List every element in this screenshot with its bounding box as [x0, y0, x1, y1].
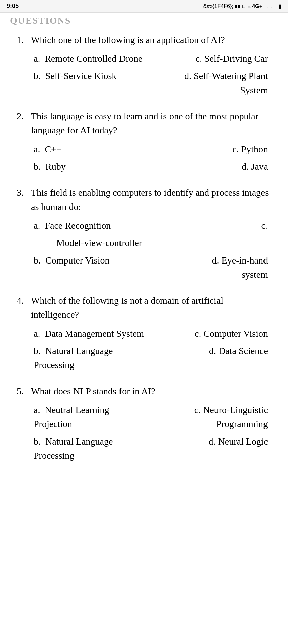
q5-option-d: d. Neural Logic [157, 434, 271, 463]
q3-option-d: d. Eye-in-hand system [157, 253, 271, 282]
q2-option-row-bd: b. Ruby d. Java [34, 160, 271, 174]
question-4-number: 4. [17, 294, 28, 308]
question-2: 2. This language is easy to learn and is… [17, 109, 271, 174]
q3-option-a: a. Face Recognition [34, 219, 148, 233]
signal-icon: &#x{1F4F6}; [203, 3, 233, 9]
q3-option-row-a: a. Face Recognition c. [34, 219, 271, 233]
question-4: 4. Which of the following is not a domai… [17, 294, 271, 372]
question-1-body: Which one of the following is an applica… [31, 33, 271, 47]
q3-option-row-bd: b. Computer Vision d. Eye-in-hand system [34, 253, 271, 282]
q5-option-b: b. Natural Language Processing [34, 434, 148, 463]
network-indicator: ■■ LTE [235, 3, 251, 9]
page-header: QUESTIONS [0, 13, 288, 26]
q2-option-c: c. Python [157, 142, 271, 156]
status-time: 9:05 [7, 3, 19, 10]
signal-bars-icon: ⁙⁙⁙ [264, 3, 277, 9]
q5-option-c: c. Neuro-Linguistic Programming [157, 403, 271, 431]
question-2-body: This language is easy to learn and is on… [31, 109, 271, 137]
question-3-text: 3. This field is enabling computers to i… [17, 186, 271, 214]
q2-option-row-ac: a. C++ c. Python [34, 142, 271, 156]
network-type: 4G+ [252, 3, 262, 9]
q3-option-c-label: c. [157, 219, 271, 233]
content-area: 1. Which one of the following is an appl… [0, 26, 288, 488]
q4-option-c: c. Computer Vision [157, 327, 271, 341]
q1-option-b: b. Self-Service Kiosk [34, 69, 148, 83]
q1-option-row-ac: a. Remote Controlled Drone c. Self-Drivi… [34, 52, 271, 66]
question-5-options: a. Neutral Learning Projection c. Neuro-… [34, 403, 271, 463]
question-3-number: 3. [17, 186, 28, 200]
q4-option-row-bd: b. Natural Language Processing d. Data S… [34, 344, 271, 372]
question-5-body: What does NLP stands for in AI? [31, 384, 271, 398]
q5-option-a: a. Neutral Learning Projection [34, 403, 148, 431]
q4-option-d: d. Data Science [157, 344, 271, 372]
q1-option-d: d. Self-Watering Plant System [157, 69, 271, 97]
question-5-text: 5. What does NLP stands for in AI? [17, 384, 271, 398]
question-4-options: a. Data Management System c. Computer Vi… [34, 327, 271, 372]
q1-option-a: a. Remote Controlled Drone [34, 52, 148, 66]
question-1: 1. Which one of the following is an appl… [17, 33, 271, 97]
q3-option-c-text: Model-view-controller [47, 238, 142, 248]
status-icons: &#x{1F4F6}; ■■ LTE 4G+ ⁙⁙⁙ ▮ [203, 3, 281, 9]
question-5-number: 5. [17, 384, 28, 398]
question-2-text: 2. This language is easy to learn and is… [17, 109, 271, 137]
question-3: 3. This field is enabling computers to i… [17, 186, 271, 282]
q2-option-a: a. C++ [34, 142, 148, 156]
q2-option-b: b. Ruby [34, 160, 148, 174]
question-1-options: a. Remote Controlled Drone c. Self-Drivi… [34, 52, 271, 97]
question-4-body: Which of the following is not a domain o… [31, 294, 271, 322]
question-2-options: a. C++ c. Python b. Ruby d. Java [34, 142, 271, 174]
q3-option-c-continuation: Model-view-controller [47, 236, 271, 250]
q4-option-b: b. Natural Language Processing [34, 344, 148, 372]
question-3-options: a. Face Recognition c. Model-view-contro… [34, 219, 271, 282]
q1-option-c: c. Self-Driving Car [157, 52, 271, 66]
status-bar: 9:05 &#x{1F4F6}; ■■ LTE 4G+ ⁙⁙⁙ ▮ [0, 0, 288, 13]
q2-option-d: d. Java [157, 160, 271, 174]
q5-option-row-bd: b. Natural Language Processing d. Neural… [34, 434, 271, 463]
battery-icon: ▮ [278, 3, 281, 9]
question-1-text: 1. Which one of the following is an appl… [17, 33, 271, 47]
q4-option-row-ac: a. Data Management System c. Computer Vi… [34, 327, 271, 341]
q4-option-a: a. Data Management System [34, 327, 148, 341]
question-3-body: This field is enabling computers to iden… [31, 186, 271, 214]
q3-option-b: b. Computer Vision [34, 253, 148, 282]
q1-option-row-bd: b. Self-Service Kiosk d. Self-Watering P… [34, 69, 271, 97]
question-4-text: 4. Which of the following is not a domai… [17, 294, 271, 322]
question-2-number: 2. [17, 109, 28, 123]
question-1-number: 1. [17, 33, 28, 47]
q5-option-row-ac: a. Neutral Learning Projection c. Neuro-… [34, 403, 271, 431]
question-5: 5. What does NLP stands for in AI? a. Ne… [17, 384, 271, 463]
